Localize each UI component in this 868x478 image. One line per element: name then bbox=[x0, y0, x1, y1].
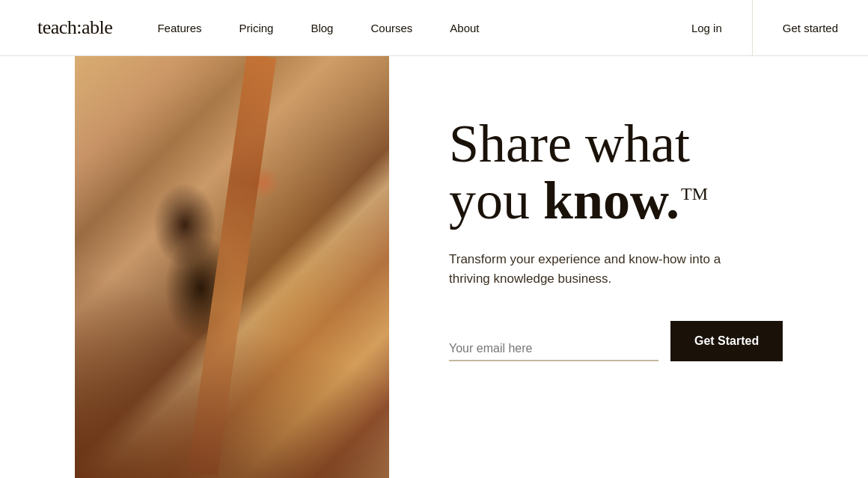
headline-tm: TM bbox=[681, 184, 708, 203]
email-input[interactable] bbox=[449, 342, 658, 355]
nav-features[interactable]: Features bbox=[157, 22, 201, 34]
hero-image-container bbox=[75, 56, 389, 478]
email-input-wrapper bbox=[449, 342, 658, 361]
headline-bold: know. bbox=[543, 171, 679, 230]
get-started-cta-button[interactable]: Get Started bbox=[670, 321, 783, 361]
nav-pricing[interactable]: Pricing bbox=[239, 22, 274, 34]
site-logo[interactable]: teach:able bbox=[37, 16, 112, 39]
nav-blog[interactable]: Blog bbox=[311, 22, 333, 34]
get-started-nav-button[interactable]: Get started bbox=[753, 22, 868, 34]
nav-about[interactable]: About bbox=[450, 22, 479, 34]
nav-right: Log in Get started bbox=[661, 0, 868, 56]
hero-headline: Share what you know.TM bbox=[449, 116, 823, 229]
headline-line2-prefix: you bbox=[449, 171, 543, 230]
navbar: teach:able Features Pricing Blog Courses… bbox=[0, 0, 868, 56]
hero-subheadline: Transform your experience and know-how i… bbox=[449, 250, 733, 288]
nav-links: Features Pricing Blog Courses About bbox=[157, 22, 661, 34]
cta-row: Get Started bbox=[449, 321, 823, 361]
login-button[interactable]: Log in bbox=[661, 22, 752, 34]
hero-image bbox=[75, 56, 389, 478]
hero-content: Share what you know.TM Transform your ex… bbox=[389, 56, 868, 361]
headline-line1: Share what bbox=[449, 114, 690, 174]
main-content: Share what you know.TM Transform your ex… bbox=[0, 56, 868, 478]
nav-courses[interactable]: Courses bbox=[370, 22, 412, 34]
